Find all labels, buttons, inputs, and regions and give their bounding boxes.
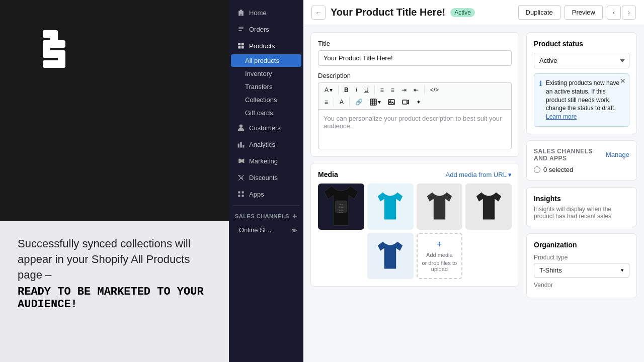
video-icon <box>402 99 409 106</box>
tshirt-main-svg: Your design goes here! <box>318 184 364 230</box>
duplicate-button[interactable]: Duplicate <box>518 5 560 20</box>
info-close-btn[interactable]: ✕ <box>620 77 626 85</box>
sidebar-item-analytics[interactable]: Analytics <box>231 136 301 152</box>
admin-panel: Home Orders Products All products Invent… <box>229 0 644 362</box>
outdent-btn[interactable]: ⇤ <box>411 85 422 95</box>
marketing-icon <box>237 157 245 165</box>
manage-link[interactable]: Manage <box>606 151 629 158</box>
product-type-value[interactable]: T-Shirts ▾ <box>534 263 629 278</box>
bold-btn[interactable]: B <box>341 85 352 95</box>
status-title: Product status <box>534 40 629 48</box>
code-btn[interactable]: </> <box>427 85 442 95</box>
next-arrow[interactable]: › <box>622 6 636 20</box>
organization-card: Organization Product type T-Shirts ▾ Ven… <box>526 233 637 298</box>
page-header: ← Your Product Title Here! Active Duplic… <box>303 0 644 25</box>
sidebar: Home Orders Products All products Invent… <box>229 0 303 362</box>
sidebar-item-apps[interactable]: Apps <box>231 186 301 202</box>
tshirt-teal-svg <box>374 188 407 225</box>
svg-text:Your: Your <box>339 204 343 206</box>
channels-radio[interactable] <box>534 166 540 173</box>
sidebar-item-orders[interactable]: Orders <box>231 21 301 37</box>
sidebar-item-customers[interactable]: Customers <box>231 120 301 136</box>
promo-section: Successfully synced collections will app… <box>0 221 229 362</box>
align-left-btn[interactable]: ≡ <box>321 97 331 107</box>
italic-btn[interactable]: I <box>353 85 360 95</box>
preview-button[interactable]: Preview <box>565 5 603 20</box>
font-btn[interactable]: A ▾ <box>321 85 336 95</box>
add-media-btn[interactable]: Add media from URL ▾ <box>445 171 512 178</box>
back-button[interactable]: ← <box>311 6 326 20</box>
media-item-4 <box>465 184 512 230</box>
sidebar-item-online-store[interactable]: Online St... <box>229 224 303 236</box>
title-label: Title <box>318 40 512 47</box>
svg-rect-8 <box>370 99 376 105</box>
indent-btn[interactable]: ⇥ <box>398 85 410 95</box>
add-sales-channel-btn[interactable]: + <box>292 212 297 221</box>
page-header-left: ← Your Product Title Here! Active <box>311 6 475 20</box>
list-btn[interactable]: ≡ <box>377 85 387 95</box>
tb-divider-3 <box>424 85 425 95</box>
svg-rect-6 <box>43 30 53 38</box>
product-details-card: Title Description A ▾ B I U <box>310 32 519 157</box>
tb-divider-5 <box>349 98 350 107</box>
info-text: Existing products now have an active sta… <box>546 79 624 121</box>
upload-label: Add media <box>426 252 453 258</box>
video-btn[interactable] <box>399 97 412 107</box>
info-banner: ℹ Existing products now have an active s… <box>534 73 629 127</box>
org-title: Organization <box>534 241 629 249</box>
content-sidebar: Product status Active Draft ℹ Existing p… <box>526 32 637 298</box>
svg-text:design: design <box>338 206 344 208</box>
sidebar-item-products[interactable]: Products <box>231 38 301 54</box>
description-label: Description <box>318 72 512 79</box>
chevron-icon: ▾ <box>621 267 624 274</box>
insights-card: Insights Insights will display when the … <box>526 187 637 227</box>
description-editor[interactable]: You can personalize your product descrip… <box>318 109 512 149</box>
product-type-label: Product type <box>534 254 629 261</box>
media-header: Media Add media from URL ▾ <box>318 170 512 178</box>
align-center-btn[interactable]: ≡ <box>388 85 397 95</box>
svg-text:here!: here! <box>339 212 344 214</box>
learn-more-link[interactable]: Learn more <box>546 113 577 120</box>
media-upload-placeholder[interactable]: + Add media or drop files to upload <box>417 233 463 279</box>
home-icon <box>237 9 245 17</box>
tb-divider-2 <box>374 85 375 95</box>
tshirt-blue-svg <box>374 237 407 275</box>
sidebar-item-marketing[interactable]: Marketing <box>231 153 301 169</box>
media-grid: Your design goes here! <box>318 184 512 279</box>
page-header-actions: Duplicate Preview ‹ › <box>518 5 636 20</box>
tshirt-dark2-svg <box>423 188 456 225</box>
special-btn[interactable]: ✦ <box>413 97 424 107</box>
eye-icon <box>291 227 297 233</box>
orders-icon <box>237 25 245 33</box>
submenu-inventory[interactable]: Inventory <box>231 67 301 80</box>
media-item-2 <box>367 184 414 230</box>
prev-arrow[interactable]: ‹ <box>607 6 621 20</box>
submenu-gift-cards[interactable]: Gift cards <box>231 107 301 119</box>
media-item-3 <box>417 184 463 230</box>
upload-sub: or drop files to upload <box>418 260 462 272</box>
image-btn[interactable] <box>385 97 398 107</box>
product-status-card: Product status Active Draft ℹ Existing p… <box>526 32 637 134</box>
link-btn[interactable]: 🔗 <box>352 97 366 107</box>
image-icon <box>388 99 395 106</box>
customers-icon <box>237 124 245 132</box>
sidebar-item-home[interactable]: Home <box>231 5 301 21</box>
submenu-collections[interactable]: Collections <box>231 94 301 106</box>
status-select[interactable]: Active Draft <box>534 53 629 68</box>
page-title: Your Product Title Here! <box>331 7 445 18</box>
submenu-transfers[interactable]: Transfers <box>231 80 301 93</box>
table-btn[interactable]: ▾ <box>367 97 384 107</box>
analytics-icon <box>237 140 245 148</box>
underline-btn[interactable]: U <box>361 85 372 95</box>
submenu-all-products[interactable]: All products <box>231 54 301 67</box>
nav-arrows: ‹ › <box>607 6 636 20</box>
title-input[interactable] <box>318 50 512 66</box>
sales-channels-card: SALES CHANNELS AND APPS Manage 0 selecte… <box>526 140 637 181</box>
status-badge: Active <box>450 8 475 17</box>
text-color-btn[interactable]: A <box>337 97 347 107</box>
logo-area <box>0 0 229 77</box>
insights-subtitle: Insights will display when the product h… <box>534 206 629 220</box>
svg-rect-4 <box>43 60 65 68</box>
sidebar-divider <box>233 205 299 206</box>
sidebar-item-discounts[interactable]: Discounts <box>231 169 301 186</box>
